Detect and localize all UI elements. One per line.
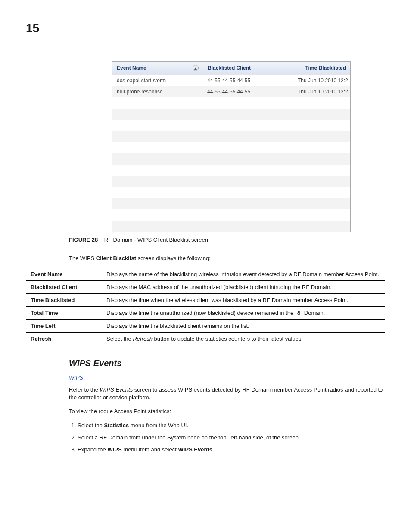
section-intro: Refer to the WIPS Events screen to asses… [69,386,385,401]
table-row [112,97,350,109]
wips-link[interactable]: WIPS [69,374,385,381]
intro-bold: Client Blacklist [96,255,136,261]
step-3-bold2: WIPS Events. [178,446,214,453]
col-header-time-blacklisted[interactable]: Time Blacklisted [294,62,350,75]
definition-row: Blacklisted ClientDisplays the MAC addre… [26,281,385,294]
table-row [112,198,350,209]
col-header-blacklisted-client-label: Blacklisted Client [208,65,251,71]
definition-row: Event NameDisplays the name of the black… [26,268,385,281]
steps-intro: To view the rogue Access Point statistic… [69,408,385,415]
table-row [112,120,350,131]
cell-blacklisted-client: 44-55-44-55-44-55 [203,78,293,84]
step-3: Expand the WIPS menu item and select WIP… [78,446,385,454]
table-row [112,131,350,142]
intro-pre: The WIPS [69,255,96,261]
section-intro-em: WIPS Events [100,386,133,393]
col-header-event-name-label: Event Name [117,65,146,71]
intro-line: The WIPS Client Blacklist screen display… [69,255,385,261]
sort-asc-icon[interactable]: ▲ [193,65,199,71]
definition-row: Time LeftDisplays the time the blacklist… [26,320,385,333]
table-row [112,109,350,120]
figure-caption: FIGURE 28 RF Domain - WIPS Client Blackl… [69,236,385,243]
step-2: Select a RF Domain from under the System… [78,434,385,442]
definition-term: Total Time [26,307,102,320]
section-heading: WIPS Events [69,358,385,368]
definition-desc: Displays the time when the wireless clie… [102,294,385,307]
intro-post: screen displays the following: [136,255,211,261]
step-1: Select the Statistics menu from the Web … [78,422,385,429]
table-row [112,209,350,221]
table-row: dos-eapol-start-storm44-55-44-55-44-55Th… [112,75,350,86]
steps-list: Select the Statistics menu from the Web … [69,422,385,454]
definition-desc: Displays the MAC address of the unauthor… [102,281,385,294]
screenshot-header-row: Event Name ▲ Blacklisted Client Time Bla… [112,62,350,75]
definition-term: Blacklisted Client [26,281,102,294]
definition-desc: Displays the time the blacklisted client… [102,320,385,333]
step-1-bold: Statistics [104,422,129,429]
definition-term: Time Left [26,320,102,333]
definition-row: Total TimeDisplays the time the unauthor… [26,307,385,320]
definition-row: RefreshSelect the Refresh button to upda… [26,333,385,345]
cell-event-name: null-probe-response [112,89,203,95]
col-header-event-name[interactable]: Event Name ▲ [112,62,203,75]
table-row [112,142,350,153]
definition-term: Event Name [26,268,102,281]
screenshot-body: dos-eapol-start-storm44-55-44-55-44-55Th… [112,75,350,232]
definitions-table: Event NameDisplays the name of the black… [26,268,385,345]
definition-desc: Select the Refresh button to update the … [102,333,385,345]
section-intro-pre: Refer to the [69,386,100,393]
cell-event-name: dos-eapol-start-storm [112,78,203,84]
figure-label: FIGURE 28 [69,236,98,243]
table-row: null-probe-response44-55-44-55-44-55Thu … [112,86,350,97]
cell-time-blacklisted: Thu Jun 10 2010 12:2 [293,78,350,84]
step-3-bold1: WIPS [107,446,121,453]
definition-term: Time Blacklisted [26,294,102,307]
table-row [112,187,350,198]
definition-desc: Displays the time the unauthorized (now … [102,307,385,320]
definition-row: Time BlacklistedDisplays the time when t… [26,294,385,307]
table-row [112,165,350,176]
screenshot-table: Event Name ▲ Blacklisted Client Time Bla… [112,61,351,232]
table-row [112,221,350,232]
step-1-post: menu from the Web UI. [129,422,188,429]
figure-caption-text: RF Domain - WIPS Client Blacklist screen [104,236,208,243]
definition-term: Refresh [26,333,102,345]
cell-blacklisted-client: 44-55-44-55-44-55 [203,89,293,95]
col-header-time-blacklisted-label: Time Blacklisted [305,65,346,71]
definition-desc: Displays the name of the blacklisting wi… [102,268,385,281]
table-row [112,176,350,187]
col-header-blacklisted-client[interactable]: Blacklisted Client [203,62,294,75]
step-3-mid: menu item and select [122,446,178,453]
step-3-pre: Expand the [78,446,107,453]
cell-time-blacklisted: Thu Jun 10 2010 12:2 [293,89,350,95]
table-row [112,153,350,165]
step-1-pre: Select the [78,422,104,429]
page-number: 15 [26,22,385,35]
